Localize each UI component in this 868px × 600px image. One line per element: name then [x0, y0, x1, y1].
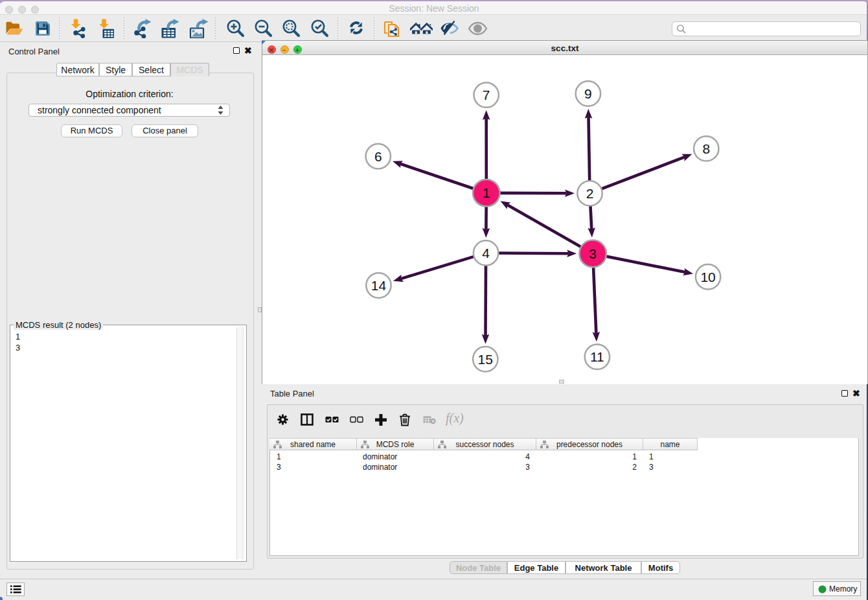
- svg-text:10: 10: [700, 270, 715, 284]
- svg-text:2: 2: [586, 186, 594, 201]
- svg-text:7: 7: [483, 87, 490, 102]
- svg-text:8: 8: [702, 141, 710, 156]
- svg-text:1: 1: [483, 185, 490, 200]
- svg-text:4: 4: [482, 246, 490, 260]
- svg-text:11: 11: [590, 349, 604, 364]
- svg-text:9: 9: [584, 86, 592, 101]
- svg-text:15: 15: [478, 352, 493, 367]
- svg-text:6: 6: [374, 149, 382, 164]
- svg-text:3: 3: [589, 246, 597, 261]
- svg-text:14: 14: [371, 278, 387, 293]
